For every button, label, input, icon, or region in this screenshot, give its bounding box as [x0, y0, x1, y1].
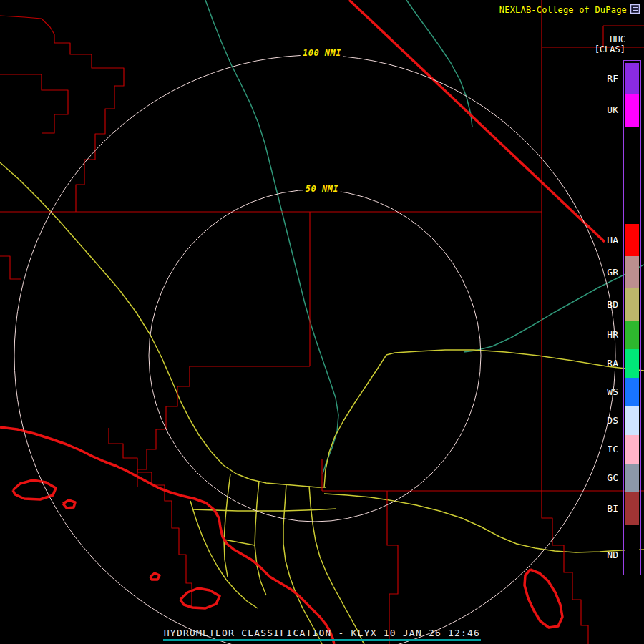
- legend-label-ha: HA: [585, 235, 618, 245]
- nexlab-page-icon: [630, 4, 640, 14]
- legend-label-ra: RA: [585, 358, 618, 369]
- state-coast-line: [180, 588, 220, 608]
- county-line: [109, 428, 192, 607]
- legend-swatch-ra: [625, 349, 639, 378]
- county-line: [0, 74, 68, 133]
- footer-underline: [163, 639, 481, 641]
- road: [255, 481, 266, 595]
- road: [283, 484, 322, 644]
- legend-swatch-nd: [625, 525, 639, 571]
- footer-product-title: HYDROMETEOR CLASSIFICATION - KEYX 10 JAN…: [0, 628, 644, 638]
- county-line: [0, 256, 21, 279]
- legend-label-ws: WS: [585, 386, 618, 397]
- range-ring-label: 50 NMI: [303, 184, 341, 194]
- legend-swatch-ds: [625, 406, 639, 435]
- legend-label-gr: GR: [585, 267, 618, 278]
- radar-display: 50 NMI100 NMI NEXLAB-College of DuPage H…: [0, 0, 644, 644]
- road: [224, 474, 230, 577]
- range-ring: [14, 55, 615, 644]
- legend-swatch-gr: [625, 256, 639, 288]
- state-coast-line: [0, 427, 334, 644]
- legend-label-hr: HR: [585, 329, 618, 340]
- state-coast-line: [63, 500, 75, 508]
- legend-swatch-ic: [625, 435, 639, 464]
- product-tag-label: [CLAS]: [595, 44, 625, 54]
- header-title: NEXLAB-College of DuPage: [499, 5, 627, 15]
- legend-label-rf: RF: [585, 73, 618, 84]
- legend-swatch-ha: [625, 224, 639, 256]
- legend-label-bi: BI: [585, 503, 618, 514]
- legend-swatch-hr: [625, 321, 639, 349]
- legend-label-uk: UK: [585, 104, 618, 115]
- county-line: [137, 366, 190, 487]
- legend-label-ic: IC: [585, 444, 618, 454]
- state-coast-line: [525, 570, 562, 628]
- legend-swatch-bi: [625, 492, 639, 525]
- legend-swatch-bd: [625, 288, 639, 321]
- legend-swatch-uk: [625, 94, 639, 127]
- legend-swatch-ws: [625, 378, 639, 406]
- legend-label-nd: ND: [585, 550, 618, 560]
- product-code-label: HHC: [595, 34, 625, 44]
- county-line: [387, 491, 398, 644]
- legend-label-ds: DS: [585, 415, 618, 426]
- river: [205, 0, 338, 474]
- state-coast-line: [150, 573, 160, 580]
- range-ring: [149, 190, 481, 522]
- legend-swatch-gc: [625, 464, 639, 492]
- legend-swatch-gap: [625, 127, 639, 224]
- legend-label-bd: BD: [585, 299, 618, 310]
- map-svg: [0, 0, 644, 644]
- legend-swatch-rf: [625, 63, 639, 94]
- state-coast-line: [349, 0, 605, 242]
- county-line: [542, 491, 588, 644]
- county-line: [0, 16, 124, 212]
- range-ring-label: 100 NMI: [301, 48, 343, 58]
- product-code-block: HHC [CLAS]: [595, 34, 625, 54]
- legend-label-gc: GC: [585, 472, 618, 483]
- road: [324, 355, 386, 487]
